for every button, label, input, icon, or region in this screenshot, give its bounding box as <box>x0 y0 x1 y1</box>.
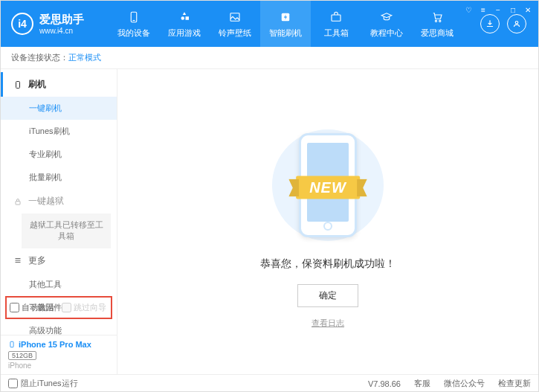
maximize-icon[interactable]: □ <box>507 4 519 16</box>
sidebar-item-pro[interactable]: 专业刷机 <box>1 143 117 166</box>
svg-rect-8 <box>16 81 20 88</box>
success-message: 恭喜您，保资料刷机成功啦！ <box>260 257 396 271</box>
device-storage: 512GB <box>8 351 36 360</box>
toolbox-icon <box>329 10 343 25</box>
nav-store[interactable]: 爱思商城 <box>412 1 462 47</box>
svg-rect-4 <box>332 15 340 21</box>
sidebar-header-flash[interactable]: 刷机 <box>1 72 117 97</box>
sidebar-header-more[interactable]: 更多 <box>1 248 117 273</box>
user-button[interactable] <box>507 14 526 33</box>
sidebar-item-onekey[interactable]: 一键刷机 <box>1 97 117 120</box>
gift-icon[interactable]: ♡ <box>462 4 474 16</box>
brand: i4 爱思助手 www.i4.cn <box>1 13 109 35</box>
check-update-link[interactable]: 检查更新 <box>498 378 531 389</box>
sidebar-item-other-tools[interactable]: 其他工具 <box>1 273 117 296</box>
header: ♡ ≡ − □ ✕ i4 爱思助手 www.i4.cn 我的设备 应用游戏 铃声… <box>1 1 538 47</box>
checkbox-highlight-box: 自动激活 跳过向导 <box>5 296 112 319</box>
svg-point-6 <box>439 20 441 22</box>
image-icon <box>227 10 242 25</box>
version-label: V7.98.66 <box>368 379 401 388</box>
phone-icon <box>126 10 141 25</box>
nav-apps-games[interactable]: 应用游戏 <box>159 1 210 47</box>
view-log-link[interactable]: 查看日志 <box>312 318 344 329</box>
download-button[interactable] <box>480 14 500 33</box>
wechat-link[interactable]: 微信公众号 <box>444 378 485 389</box>
svg-rect-13 <box>10 341 13 347</box>
device-name[interactable]: iPhone 15 Pro Max <box>8 340 109 349</box>
nav: 我的设备 应用游戏 铃声壁纸 智能刷机 工具箱 教程中心 爱思商城 <box>109 1 462 47</box>
sidebar-item-batch[interactable]: 批量刷机 <box>1 166 117 189</box>
status-prefix: 设备连接状态： <box>11 52 68 63</box>
window-controls: ♡ ≡ − □ ✕ <box>462 4 534 16</box>
nav-ringtone-wallpaper[interactable]: 铃声壁纸 <box>210 1 260 47</box>
flash-icon <box>278 10 293 25</box>
svg-rect-9 <box>16 201 20 205</box>
ok-button[interactable]: 确定 <box>297 284 358 307</box>
new-ribbon: NEW <box>296 176 360 199</box>
body: 刷机 一键刷机 iTunes刷机 专业刷机 批量刷机 一键越狱 越狱工具已转移至… <box>1 69 538 374</box>
device-icon <box>8 340 16 349</box>
svg-point-5 <box>435 20 436 22</box>
status-mode: 正常模式 <box>68 52 101 63</box>
nav-tutorials[interactable]: 教程中心 <box>361 1 412 47</box>
device-type: iPhone <box>8 362 109 370</box>
sidebar: 刷机 一键刷机 iTunes刷机 专业刷机 批量刷机 一键越狱 越狱工具已转移至… <box>1 69 117 374</box>
support-link[interactable]: 客服 <box>414 378 430 389</box>
apps-icon <box>177 10 192 25</box>
sidebar-item-itunes[interactable]: iTunes刷机 <box>1 120 117 143</box>
cart-icon <box>430 10 445 25</box>
close-icon[interactable]: ✕ <box>522 4 534 16</box>
minimize-icon[interactable]: − <box>492 4 504 16</box>
graduation-icon <box>379 10 394 25</box>
success-illustration: NEW <box>265 129 391 241</box>
menu-icon[interactable]: ≡ <box>477 4 489 16</box>
content: NEW 恭喜您，保资料刷机成功啦！ 确定 查看日志 <box>117 69 538 374</box>
brand-logo: i4 <box>11 13 33 35</box>
brand-name: 爱思助手 <box>39 13 84 27</box>
header-right <box>480 14 538 33</box>
block-itunes-checkbox[interactable]: 阻止iTunes运行 <box>8 378 78 389</box>
device-info: iPhone 15 Pro Max 512GB iPhone <box>1 335 117 374</box>
sidebar-header-jailbreak: 一键越狱 <box>1 189 117 213</box>
nav-toolbox[interactable]: 工具箱 <box>311 1 361 47</box>
status-bar: 设备连接状态： 正常模式 <box>1 47 538 69</box>
sidebar-jailbreak-notice[interactable]: 越狱工具已转移至工具箱 <box>22 213 111 248</box>
nav-smart-flash[interactable]: 智能刷机 <box>260 1 311 47</box>
nav-my-device[interactable]: 我的设备 <box>109 1 159 47</box>
skip-guide-checkbox: 跳过向导 <box>62 302 106 313</box>
lock-icon <box>13 197 22 206</box>
svg-point-7 <box>515 22 518 25</box>
brand-url: www.i4.cn <box>39 27 84 35</box>
auto-activate-checkbox[interactable]: 自动激活 <box>10 302 54 313</box>
list-icon <box>13 256 22 265</box>
footer: 阻止iTunes运行 V7.98.66 客服 微信公众号 检查更新 <box>1 374 538 392</box>
phone-icon <box>13 80 22 89</box>
